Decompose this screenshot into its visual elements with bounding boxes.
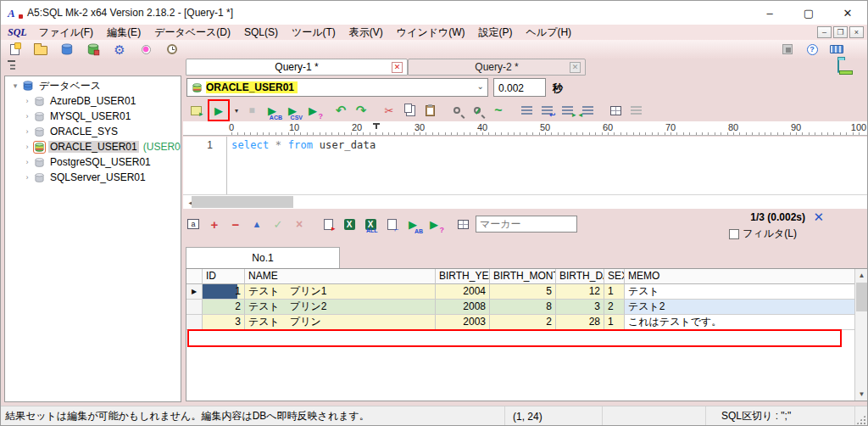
export-folder-icon[interactable] (837, 60, 839, 72)
tree-item-sqlserver[interactable]: › SQLServer_USER01 (5, 170, 181, 185)
cell[interactable]: 2004 (436, 284, 490, 300)
cell[interactable]: 2003 (436, 315, 490, 330)
compare-icon[interactable] (779, 41, 796, 58)
stop-icon[interactable]: ■ (243, 102, 260, 119)
cell[interactable]: テスト プリン1 (245, 284, 436, 300)
cut-icon[interactable]: ✂ (381, 102, 398, 119)
chevron-collapsed-icon[interactable]: › (22, 173, 32, 182)
window-close-button[interactable]: ✕ (828, 1, 867, 25)
menu-sql-logo[interactable]: SQL (3, 25, 32, 40)
find-icon[interactable] (449, 102, 466, 119)
tab-query-2[interactable]: Query-2 * ✕ (408, 59, 586, 76)
mdi-close-button[interactable]: × (849, 26, 864, 38)
tree-item-label[interactable]: PostgreSQL_USER01 (48, 156, 153, 168)
cell[interactable]: 1 (604, 284, 625, 300)
add-row-icon[interactable]: + (206, 216, 223, 233)
object-rename-icon[interactable] (607, 102, 624, 119)
marker-input[interactable] (476, 216, 577, 233)
tree-item-postgresql[interactable]: › PostgreSQL_USER01 (5, 154, 181, 170)
tree-item-label[interactable]: SQLServer_USER01 (48, 171, 147, 183)
cell[interactable]: 8 (490, 300, 556, 315)
menu-tools[interactable]: ツール(T) (285, 25, 342, 41)
tab-close-icon[interactable]: ✕ (570, 62, 581, 73)
close-resultset-icon[interactable]: ✕ (813, 210, 824, 223)
column-header-birth-day[interactable]: BIRTH_DAY (556, 269, 604, 284)
cell[interactable]: 28 (556, 315, 604, 330)
rerun-icon[interactable]: ▶AB (404, 216, 421, 233)
outline-icon[interactable] (627, 102, 644, 119)
delete-row-icon[interactable]: − (227, 216, 244, 233)
column-header-birth-month[interactable]: BIRTH_MONTH (490, 269, 556, 284)
menu-help[interactable]: ヘルプ(H) (520, 25, 579, 41)
tab-close-icon[interactable]: ✕ (392, 62, 403, 73)
copy-icon[interactable] (401, 102, 418, 119)
sql-editor[interactable]: 1 select * from user_data (183, 137, 868, 194)
elapsed-time-field[interactable] (493, 78, 546, 97)
chevron-collapsed-icon[interactable]: › (22, 158, 32, 166)
cell[interactable]: 12 (556, 284, 604, 300)
help-icon[interactable]: ? (804, 41, 821, 58)
cell[interactable]: 2 (490, 315, 556, 330)
settings-gear-icon[interactable]: ⚙ (111, 41, 128, 58)
history-clock-icon[interactable] (164, 41, 181, 58)
column-header-birth-year[interactable]: BIRTH_YEAR (436, 269, 490, 284)
column-header-memo[interactable]: MEMO (625, 269, 868, 284)
excel-export-icon[interactable]: X (341, 216, 358, 233)
cell[interactable]: テスト プリン2 (245, 300, 436, 315)
chevron-down-icon[interactable]: ⌄ (477, 81, 484, 91)
tree-item-label[interactable]: ORACLE_SYS (48, 126, 120, 137)
cell[interactable]: 2008 (436, 300, 490, 315)
column-header-id[interactable]: ID (203, 269, 245, 284)
tree-toggle-icon[interactable] (8, 60, 19, 71)
menu-window[interactable]: ウインドウ(W) (390, 25, 472, 41)
run-options-caret-icon[interactable]: ▾ (233, 102, 240, 119)
tree-item-oracle-user01[interactable]: › ORACLE_USER01 (USER01) (5, 139, 181, 154)
chevron-collapsed-icon[interactable]: › (22, 112, 32, 121)
edit-row-icon[interactable]: ▲ (248, 216, 265, 233)
menu-settings[interactable]: 設定(P) (472, 25, 520, 41)
menu-view[interactable]: 表示(V) (342, 25, 390, 41)
chevron-collapsed-icon[interactable]: › (22, 97, 32, 105)
database-select[interactable]: ORACLE_USER01 ⌄ (186, 78, 488, 97)
run-select-csv-icon[interactable]: ▶CSV (284, 102, 301, 119)
window-maximize-button[interactable]: ▢ (789, 1, 828, 25)
cell-selected[interactable]: 1 (203, 284, 245, 300)
replace-icon[interactable] (470, 102, 487, 119)
column-header-sex[interactable]: SEX (604, 269, 625, 284)
cell[interactable]: テスト プリン (245, 315, 436, 330)
cell[interactable]: これはテストです。 (625, 315, 868, 330)
row-header[interactable] (186, 315, 203, 330)
undo-icon[interactable]: ↶ (332, 102, 349, 119)
mdi-minimize-button[interactable]: – (817, 26, 832, 38)
tree-item-label[interactable]: MYSQL_USER01 (48, 110, 132, 122)
menu-sql[interactable]: SQL(S) (237, 25, 285, 39)
mdi-restore-button[interactable]: ❐ (833, 26, 848, 38)
cancel-edit-icon[interactable]: × (291, 216, 308, 233)
sql-plan-icon[interactable] (187, 102, 204, 119)
record-macro-icon[interactable] (137, 41, 154, 58)
chevron-collapsed-icon[interactable]: › (22, 127, 32, 136)
indent-icon[interactable]: ▸ (559, 102, 576, 119)
paste-icon[interactable] (421, 102, 438, 119)
format-sql-icon[interactable] (518, 102, 535, 119)
cell[interactable]: 5 (490, 284, 556, 300)
fit-column-width-icon[interactable]: a (185, 216, 202, 233)
column-header-name[interactable]: NAME (245, 269, 436, 284)
scrollbar-thumb[interactable] (856, 283, 867, 311)
result-explain-icon[interactable]: ▶? (426, 216, 442, 233)
tree-item-label-selected[interactable]: ORACLE_USER01 (48, 141, 139, 153)
tree-root-label[interactable]: データベース (37, 79, 103, 93)
menu-database[interactable]: データベース(D) (147, 25, 237, 41)
scrollbar-thumb[interactable] (192, 196, 293, 208)
cell[interactable]: 2 (604, 300, 625, 315)
run-select-grid-icon[interactable]: ▶ACB (264, 102, 281, 119)
merge-cells-icon[interactable] (454, 216, 471, 233)
run-icon[interactable]: ▶ (210, 102, 227, 119)
unindent-icon[interactable]: ◂ (579, 102, 596, 119)
sql-code-line[interactable]: select * from user_data (231, 139, 376, 151)
tree-item-label[interactable]: AzureDB_USER01 (48, 95, 137, 107)
cell[interactable]: 1 (604, 315, 625, 330)
cell[interactable]: 2 (203, 300, 245, 315)
unformat-sql-icon[interactable]: ↩ (538, 102, 555, 119)
new-query-icon[interactable] (6, 41, 23, 58)
